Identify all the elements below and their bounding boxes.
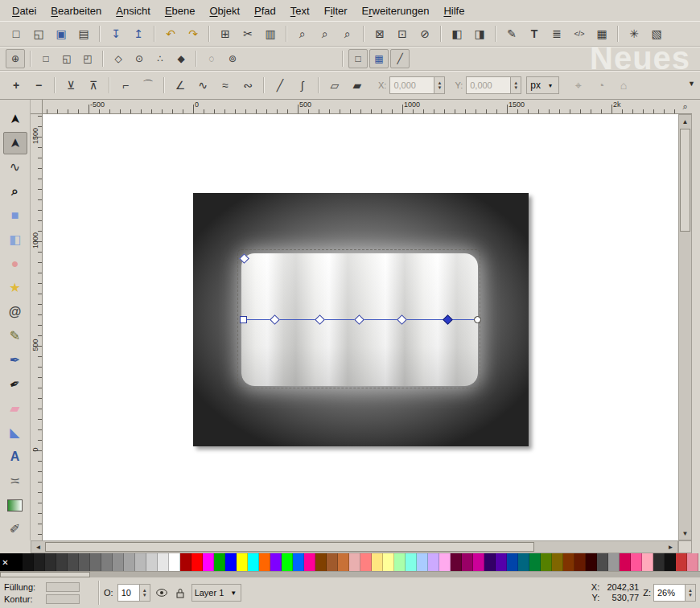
node-auto-button[interactable]: ∾ xyxy=(237,75,258,96)
spin-down-icon[interactable]: ▼ xyxy=(434,85,444,90)
palette-swatch[interactable] xyxy=(586,553,597,571)
opacity-spinner[interactable]: ▲▼ xyxy=(139,585,150,601)
y-coord-field[interactable]: 0,000 ▲▼ xyxy=(466,76,521,94)
pencil-tool[interactable]: ✎ xyxy=(3,325,27,347)
object-to-path-button[interactable]: ▱ xyxy=(324,75,345,96)
undo-button[interactable]: ↶ xyxy=(160,23,181,44)
edit-clip-button[interactable]: ⌖ xyxy=(568,75,589,96)
node-symmetric-button[interactable]: ≈ xyxy=(215,75,236,96)
box3d-tool[interactable]: ◧ xyxy=(3,228,27,251)
palette-swatch[interactable] xyxy=(282,553,293,571)
palette-swatch[interactable] xyxy=(620,553,631,571)
palette-swatch[interactable] xyxy=(665,553,676,571)
spiral-tool[interactable]: @ xyxy=(3,301,27,323)
palette-swatch[interactable] xyxy=(653,553,665,571)
palette-swatch[interactable] xyxy=(237,553,248,571)
palette-swatch[interactable] xyxy=(158,553,169,571)
scroll-up-icon[interactable]: ▲ xyxy=(679,116,691,127)
palette-swatch[interactable] xyxy=(23,553,34,571)
snap-bbox-corners-toggle[interactable]: ◰ xyxy=(78,49,97,68)
menu-erweiterungen[interactable]: Erweiterungen xyxy=(355,2,437,20)
star-tool[interactable]: ★ xyxy=(3,277,27,299)
bezier-tool[interactable]: ✒ xyxy=(3,349,27,372)
menu-text[interactable]: Text xyxy=(283,2,317,20)
group-button[interactable]: ◧ xyxy=(447,23,467,44)
palette-swatch[interactable] xyxy=(496,553,507,571)
print-button[interactable]: ▤ xyxy=(73,23,94,44)
palette-swatch[interactable] xyxy=(214,553,225,571)
horizontal-scrollbar[interactable]: ◄ ► xyxy=(31,540,678,553)
palette-swatch[interactable] xyxy=(146,553,158,571)
palette-swatch[interactable] xyxy=(45,553,56,571)
snap-master-toggle[interactable]: ⊕ xyxy=(6,49,25,68)
palette-swatch[interactable] xyxy=(101,553,113,571)
palette-swatch[interactable] xyxy=(90,553,101,571)
palette-swatch[interactable] xyxy=(541,553,552,571)
palette-swatch[interactable] xyxy=(406,553,417,571)
snap-intersections-toggle[interactable]: ∴ xyxy=(150,49,170,68)
palette-swatch[interactable] xyxy=(518,553,529,571)
palette-swatch[interactable] xyxy=(180,553,191,571)
redo-button[interactable]: ↷ xyxy=(183,23,204,44)
palette-swatch[interactable] xyxy=(507,553,518,571)
align-dialog-button[interactable]: ▦ xyxy=(591,23,612,44)
show-handles-toggle[interactable]: ⌂ xyxy=(613,75,634,96)
palette-swatch[interactable] xyxy=(68,553,79,571)
palette-swatch[interactable] xyxy=(439,553,451,571)
snap-bbox-edges-toggle[interactable]: ◱ xyxy=(57,49,76,68)
palette-swatch[interactable] xyxy=(563,553,574,571)
grid-toggle[interactable]: ▦ xyxy=(369,49,389,68)
opacity-field[interactable]: 10 ▲▼ xyxy=(117,584,150,602)
palette-scrollbar[interactable] xyxy=(0,571,700,577)
connector-tool[interactable]: ≍ xyxy=(3,470,27,492)
document-properties-button[interactable]: ▧ xyxy=(646,23,667,44)
snap-bbox-toggle[interactable]: □ xyxy=(36,49,56,68)
scroll-right-icon[interactable]: ► xyxy=(665,541,677,553)
segment-line-button[interactable]: ╱ xyxy=(270,75,290,96)
drawing-image-object[interactable] xyxy=(193,193,529,446)
gradient-handle-square[interactable] xyxy=(240,316,247,323)
palette-swatch[interactable] xyxy=(191,553,203,571)
palette-swatch[interactable] xyxy=(338,553,349,571)
layer-visibility-button[interactable] xyxy=(154,585,169,600)
spin-down-icon[interactable]: ▼ xyxy=(511,85,521,90)
horizontal-ruler[interactable]: -5000500100015002k xyxy=(43,100,678,114)
scroll-down-icon[interactable]: ▼ xyxy=(679,528,691,539)
palette-none-swatch[interactable]: ✕ xyxy=(0,553,11,571)
import-button[interactable]: ↧ xyxy=(105,23,126,44)
cut-button[interactable]: ✂ xyxy=(237,23,258,44)
palette-swatch[interactable] xyxy=(428,553,439,571)
palette-swatch[interactable] xyxy=(608,553,620,571)
spin-down-icon[interactable]: ▼ xyxy=(140,593,150,598)
stroke-to-path-button[interactable]: ▰ xyxy=(347,75,368,96)
palette-swatch[interactable] xyxy=(417,553,428,571)
join-segment-button[interactable]: ⌒ xyxy=(138,75,159,96)
palette-swatch[interactable] xyxy=(11,553,23,571)
calligraphy-tool[interactable]: ✒ xyxy=(3,373,27,396)
selector-tool[interactable]: ➤ xyxy=(3,108,27,130)
snap-nodes-toggle[interactable]: ◇ xyxy=(109,49,128,68)
zoom-tool[interactable]: ⌕ xyxy=(3,180,27,203)
palette-swatch[interactable] xyxy=(451,553,462,571)
toolbar-overflow-button[interactable]: ▼ xyxy=(688,80,695,88)
palette-swatch[interactable] xyxy=(484,553,496,571)
palette-swatch[interactable] xyxy=(34,553,45,571)
palette-swatch[interactable] xyxy=(327,553,338,571)
snap-centers-toggle[interactable]: ⊚ xyxy=(223,49,242,68)
palette-swatch[interactable] xyxy=(552,553,563,571)
palette-swatch[interactable] xyxy=(259,553,270,571)
quick-zoom-button[interactable]: ⌕ xyxy=(678,100,692,114)
zoom-spinner[interactable]: ▲▼ xyxy=(685,585,695,601)
layers-dialog-button[interactable]: ≣ xyxy=(546,23,567,44)
palette-swatch[interactable] xyxy=(113,553,124,571)
palette-swatch[interactable] xyxy=(676,553,687,571)
palette-swatch[interactable] xyxy=(394,553,406,571)
zoom-field[interactable]: 26% ▲▼ xyxy=(653,584,696,602)
node-corner-button[interactable]: ∠ xyxy=(170,75,191,96)
preferences-button[interactable]: ✳ xyxy=(624,23,644,44)
open-document-button[interactable]: ◱ xyxy=(28,23,49,44)
palette-swatch[interactable] xyxy=(383,553,394,571)
spin-down-icon[interactable]: ▼ xyxy=(686,593,695,598)
zoom-page-button[interactable]: ⌕ xyxy=(337,23,358,44)
vertical-ruler[interactable]: 150010005000 xyxy=(31,114,43,540)
